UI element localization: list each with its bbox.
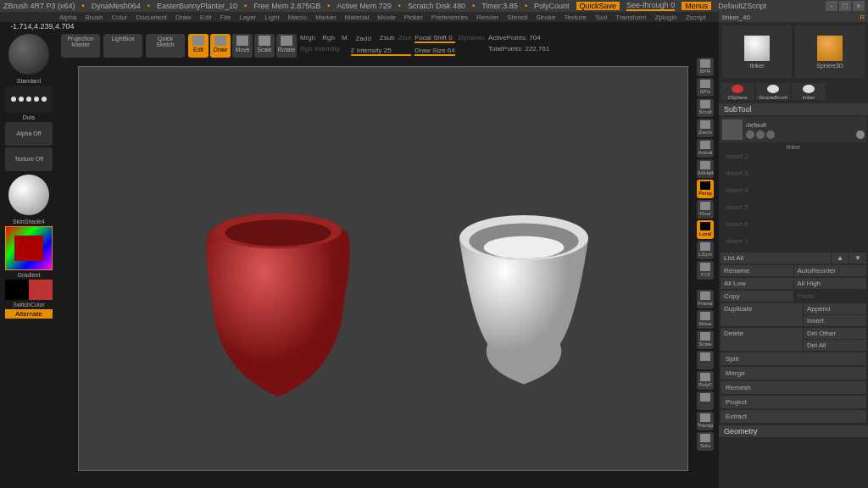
- frame-button[interactable]: Frame: [697, 290, 714, 308]
- move-button[interactable]: Move: [232, 34, 253, 58]
- scroll-button[interactable]: Scroll: [697, 98, 714, 117]
- menu-layer[interactable]: Layer: [239, 14, 256, 21]
- spix-button[interactable]: SPix: [697, 78, 714, 97]
- list-all-button[interactable]: List All: [721, 252, 831, 263]
- z-intensity-slider[interactable]: Z Intensity 25: [351, 47, 412, 56]
- solo-button[interactable]: Solo: [697, 432, 714, 451]
- maximize-button[interactable]: □: [839, 1, 851, 11]
- brush-preview-icon[interactable]: [8, 34, 49, 75]
- xyz-button[interactable]: XYZ: [697, 261, 714, 280]
- subtool-slot[interactable]: Insert 3: [721, 168, 866, 183]
- lsym-button[interactable]: LSym: [697, 241, 714, 259]
- menu-material[interactable]: Material: [345, 14, 369, 21]
- del-other-button[interactable]: Del Other: [804, 328, 866, 339]
- tool-sphere3d[interactable]: Sphere3D: [795, 25, 865, 78]
- menu-document[interactable]: Document: [136, 14, 167, 21]
- append-button[interactable]: Append: [804, 303, 866, 314]
- geometry-header[interactable]: Geometry: [719, 425, 868, 437]
- subtool-slot[interactable]: Insert 6: [721, 219, 866, 234]
- polyf-button[interactable]: PolyF: [697, 371, 714, 390]
- menu-light[interactable]: Light: [264, 14, 279, 21]
- subtool-slot[interactable]: Insert 2: [721, 151, 866, 166]
- transp-button[interactable]: Transp: [697, 412, 714, 430]
- header-r-icon[interactable]: R: [860, 14, 865, 21]
- quicksave-button[interactable]: QuickSave: [576, 2, 620, 10]
- all-high-button[interactable]: All High: [794, 278, 867, 289]
- menu-render[interactable]: Render: [476, 14, 498, 21]
- menu-file[interactable]: File: [220, 14, 231, 21]
- subtool-slot[interactable]: Insert 7: [721, 236, 866, 251]
- delete-button[interactable]: Delete: [721, 328, 803, 351]
- stroke-dots-icon[interactable]: [5, 86, 53, 113]
- texture-selector[interactable]: Texture Off: [5, 147, 53, 171]
- menu-macro[interactable]: Macro: [288, 14, 307, 21]
- paste-button[interactable]: Paste: [794, 291, 867, 302]
- dynamic-toggle[interactable]: Dynamic: [459, 34, 485, 42]
- rotate-nav-button[interactable]: [697, 351, 714, 369]
- switchcolor-label[interactable]: SwitchColor: [13, 302, 44, 308]
- draw-size-slider[interactable]: Draw Size 64: [415, 47, 455, 56]
- color-picker[interactable]: [5, 226, 53, 270]
- color-swatches[interactable]: [5, 280, 53, 300]
- material-preview-icon[interactable]: [8, 175, 49, 215]
- menu-stencil[interactable]: Stencil: [507, 14, 527, 21]
- menu-transform[interactable]: Transform: [615, 14, 646, 21]
- menu-zplugin[interactable]: Zplugin: [654, 14, 676, 21]
- duplicate-button[interactable]: Duplicate: [721, 303, 803, 326]
- rotate-button[interactable]: Rotate: [276, 34, 297, 58]
- menu-color[interactable]: Color: [111, 14, 127, 21]
- lightbox-button[interactable]: LightBox: [103, 34, 142, 58]
- rename-button[interactable]: Rename: [721, 265, 793, 276]
- viewport-canvas[interactable]: [78, 66, 688, 471]
- mrgb-toggle[interactable]: Mrgb: [300, 34, 315, 42]
- menu-preferences[interactable]: Preferences: [431, 14, 468, 21]
- subtool-header[interactable]: SubTool: [719, 103, 868, 115]
- menu-marker[interactable]: Marker: [315, 14, 337, 21]
- tool-tinker-thumb[interactable]: tinker: [792, 83, 826, 100]
- scale-button[interactable]: Scale: [254, 34, 275, 58]
- menu-texture[interactable]: Texture: [564, 14, 586, 21]
- del-all-button[interactable]: Del All: [804, 340, 866, 351]
- menu-stroke[interactable]: Stroke: [536, 14, 555, 21]
- move-nav-button[interactable]: Move: [697, 310, 714, 329]
- rgb-intensity-slider[interactable]: Rgb Intensity: [300, 45, 348, 53]
- menu-brush[interactable]: Brush: [85, 14, 103, 21]
- zsub-toggle[interactable]: Zsub: [380, 34, 395, 43]
- all-low-button[interactable]: All Low: [721, 278, 793, 289]
- focal-shift-slider[interactable]: Focal Shift 0: [415, 34, 455, 43]
- alpha-selector[interactable]: Alpha Off: [5, 122, 53, 146]
- menu-tool[interactable]: Tool: [595, 14, 608, 21]
- scale-nav-button[interactable]: Scale: [697, 330, 714, 349]
- local-button[interactable]: Local: [697, 220, 714, 239]
- copy-button[interactable]: Copy: [721, 291, 793, 302]
- grid-button[interactable]: [697, 391, 714, 410]
- persp-button[interactable]: Persp: [697, 180, 714, 198]
- menu-alpha[interactable]: Alpha: [59, 14, 76, 21]
- zcut-toggle[interactable]: Zcut: [398, 34, 412, 43]
- menu-zscript[interactable]: Zscript: [686, 14, 706, 21]
- subtool-slot[interactable]: Insert 5: [721, 202, 866, 217]
- zoom-button[interactable]: Zoom: [697, 119, 714, 137]
- merge-button[interactable]: Merge: [721, 367, 866, 380]
- projection-master-button[interactable]: Projection Master: [61, 34, 100, 58]
- minimize-button[interactable]: -: [826, 1, 837, 11]
- menu-edit[interactable]: Edit: [200, 14, 212, 21]
- tool-tinker[interactable]: tinker: [722, 25, 792, 78]
- actual-button[interactable]: Actual: [697, 139, 714, 158]
- tool-simplebrush[interactable]: SimpleBrush: [756, 83, 790, 100]
- zadd-toggle[interactable]: Zadd: [351, 34, 376, 43]
- arrow-down-icon[interactable]: ▼: [849, 252, 866, 263]
- floor-button[interactable]: Floor: [697, 200, 714, 219]
- subtool-default[interactable]: default: [721, 117, 866, 142]
- menu-movie[interactable]: Movie: [377, 14, 395, 21]
- menu-picker[interactable]: Picker: [404, 14, 423, 21]
- split-button[interactable]: Split: [721, 352, 866, 365]
- alternate-button[interactable]: Alternate: [5, 309, 53, 319]
- bpr-button[interactable]: BPR: [697, 58, 714, 76]
- seethrough-slider[interactable]: See-through 0: [626, 1, 675, 11]
- quicksketch-button[interactable]: Quick Sketch: [146, 34, 185, 58]
- draw-button[interactable]: Draw: [210, 34, 231, 58]
- menu-draw[interactable]: Draw: [175, 14, 192, 21]
- menus-button[interactable]: Menus: [682, 2, 711, 10]
- edit-button[interactable]: Edit: [188, 34, 209, 58]
